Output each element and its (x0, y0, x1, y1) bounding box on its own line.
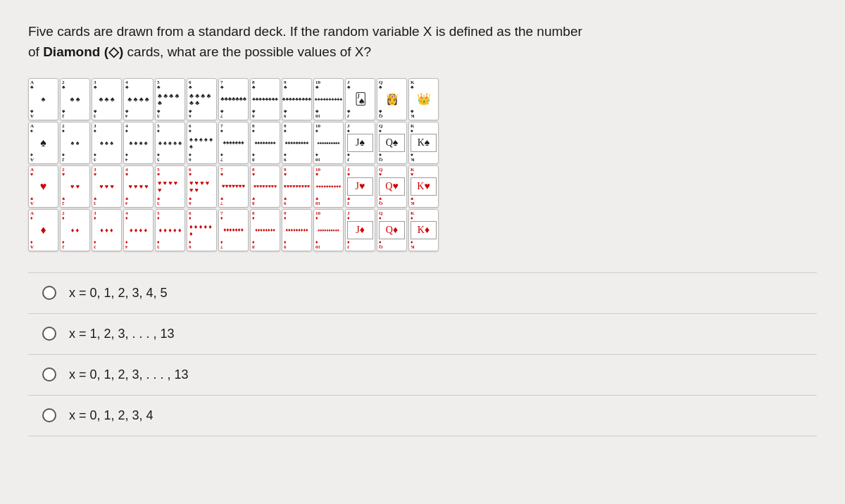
card-4c: 4♣ ♣ ♣ ♣ ♣ 4♣ (123, 78, 154, 120)
card-10c: 10♣ ♣♣♣♣♣♣♣♣♣♣ 10♣ (313, 78, 344, 120)
option-3[interactable]: x = 0, 1, 2, 3, . . . , 13 (28, 355, 817, 396)
radio-1[interactable] (42, 286, 56, 300)
bold-diamond-text: Diamond (◇) (43, 44, 123, 59)
card-9h: 9♥ ♥♥♥♥♥♥♥♥♥ 9♥ (282, 165, 312, 208)
card-8d: 8♦ ♦♦♦♦♦♦♦♦ 8♦ (250, 209, 280, 251)
card-5h: 5♥ ♥ ♥ ♥ ♥ ♥ 5♥ (155, 165, 185, 208)
card-9d: 9♦ ♦♦♦♦♦♦♦♦♦ 9♦ (282, 209, 312, 251)
card-jh: J♥ J♥ J♥ (345, 165, 375, 208)
card-js: J♠ J♠ J♠ (345, 122, 375, 164)
card-7h: 7♥ ♥♥♥♥♥♥♥ 7♥ (218, 165, 249, 208)
card-4s: 4♠ ♠ ♠ ♠ ♠ 4♠ (123, 122, 154, 164)
card-9s: 9♠ ♠♠♠♠♠♠♠♠♠ 9♠ (282, 122, 312, 164)
option-4[interactable]: x = 0, 1, 2, 3, 4 (28, 396, 817, 436)
card-kd: K♦ K♦ K♦ (408, 209, 439, 251)
card-9c: 9♣ ♣♣♣♣♣♣♣♣♣ 9♣ (282, 78, 312, 120)
card-4d: 4♦ ♦ ♦ ♦ ♦ 4♦ (123, 209, 154, 251)
card-2d: 2♦ ♦ ♦ 2♦ (60, 209, 90, 251)
option-4-text: x = 0, 1, 2, 3, 4 (69, 408, 154, 423)
options-container: x = 0, 1, 2, 3, 4, 5 x = 1, 2, 3, . . . … (28, 272, 817, 436)
card-3s: 3♠ ♠ ♠ ♠ 3♠ (92, 122, 122, 164)
card-kh: K♥ K♥ K♥ (408, 165, 439, 208)
card-jc: J♣ 🂫 J♣ (345, 78, 375, 120)
question-container: Five cards are drawn from a standard dec… (28, 21, 817, 63)
card-8c: 8♣ ♣♣♣♣♣♣♣♣ 8♣ (250, 78, 280, 120)
card-10d: 10♦ ♦♦♦♦♦♦♦♦♦♦ 10♦ (313, 209, 344, 251)
card-qc: Q♣ 👸 Q♣ (377, 78, 407, 120)
option-3-text: x = 0, 1, 2, 3, . . . , 13 (69, 367, 189, 382)
card-7c: 7♣ ♣♣♣♣♣♣♣ 7♣ (218, 78, 249, 120)
card-8h: 8♥ ♥♥♥♥♥♥♥♥ 8♥ (250, 165, 280, 208)
card-6h: 6♥ ♥ ♥ ♥ ♥ ♥ ♥ 6♥ (187, 165, 217, 208)
card-3c: 3♣ ♣ ♣ ♣ 3♣ (92, 78, 122, 120)
card-ac: A♣ ♣ A♣ (28, 78, 58, 120)
radio-4[interactable] (42, 408, 56, 422)
clubs-row: A♣ ♣ A♣ 2♣ ♣ ♣ 2♣ 3♣ ♣ ♣ ♣ 3♣ 4♣ ♣ ♣ ♣ ♣… (28, 78, 817, 120)
card-10h: 10♥ ♥♥♥♥♥♥♥♥♥♥ 10♥ (313, 165, 344, 208)
card-2s: 2♠ ♠ ♠ 2♠ (60, 122, 90, 164)
card-7s: 7♠ ♠♠♠♠♠♠♠ 7♠ (218, 122, 249, 164)
card-ah: A♥ ♥ A♥ (28, 165, 58, 208)
card-5c: 5♣ ♣ ♣ ♣ ♣ ♣ 5♣ (155, 78, 185, 120)
radio-3[interactable] (42, 367, 56, 382)
card-qh: Q♥ Q♥ Q♥ (377, 165, 407, 208)
card-7d: 7♦ ♦♦♦♦♦♦♦ 7♦ (218, 209, 249, 251)
card-kc: K♣ 👑 K♣ (408, 78, 439, 120)
option-1-text: x = 0, 1, 2, 3, 4, 5 (69, 286, 168, 301)
cards-display: A♣ ♣ A♣ 2♣ ♣ ♣ 2♣ 3♣ ♣ ♣ ♣ 3♣ 4♣ ♣ ♣ ♣ ♣… (28, 78, 817, 251)
card-2c: 2♣ ♣ ♣ 2♣ (60, 78, 90, 120)
card-qd: Q♦ Q♦ Q♦ (377, 209, 407, 251)
question-text: Five cards are drawn from a standard dec… (28, 21, 817, 63)
card-jd: J♦ J♦ J♦ (345, 209, 375, 251)
spades-row: A♠ ♠ A♠ 2♠ ♠ ♠ 2♠ 3♠ ♠ ♠ ♠ 3♠ 4♠ ♠ ♠ ♠ ♠… (28, 122, 817, 164)
option-2[interactable]: x = 1, 2, 3, . . . , 13 (28, 314, 817, 355)
card-6d: 6♦ ♦ ♦ ♦ ♦ ♦ ♦ 6♦ (187, 209, 217, 251)
card-8s: 8♠ ♠♠♠♠♠♠♠♠ 8♠ (250, 122, 280, 164)
card-5s: 5♠ ♠ ♠ ♠ ♠ ♠ 5♠ (155, 122, 185, 164)
card-2h: 2♥ ♥ ♥ 2♥ (60, 165, 90, 208)
radio-2[interactable] (42, 327, 56, 341)
card-ad: A♦ ♦ A♦ (28, 209, 58, 251)
option-1[interactable]: x = 0, 1, 2, 3, 4, 5 (28, 273, 817, 314)
card-as: A♠ ♠ A♠ (28, 122, 58, 164)
card-6c: 6♣ ♣ ♣ ♣ ♣ ♣ ♣ 6♣ (187, 78, 217, 120)
card-10s: 10♠ ♠♠♠♠♠♠♠♠♠♠ 10♠ (313, 122, 344, 164)
card-4h: 4♥ ♥ ♥ ♥ ♥ 4♥ (123, 165, 154, 208)
card-qs: Q♠ Q♠ Q♠ (377, 122, 407, 164)
option-2-text: x = 1, 2, 3, . . . , 13 (69, 327, 175, 341)
hearts-row: A♥ ♥ A♥ 2♥ ♥ ♥ 2♥ 3♥ ♥ ♥ ♥ 3♥ 4♥ ♥ ♥ ♥ ♥… (28, 165, 817, 208)
card-5d: 5♦ ♦ ♦ ♦ ♦ ♦ 5♦ (155, 209, 185, 251)
card-ks: K♠ K♠ K♠ (408, 122, 439, 164)
card-3h: 3♥ ♥ ♥ ♥ 3♥ (92, 165, 122, 208)
card-6s: 6♠ ♠ ♠ ♠ ♠ ♠ ♠ 6♠ (187, 122, 217, 164)
diamonds-row: A♦ ♦ A♦ 2♦ ♦ ♦ 2♦ 3♦ ♦ ♦ ♦ 3♦ 4♦ ♦ ♦ ♦ ♦… (28, 209, 817, 251)
card-3d: 3♦ ♦ ♦ ♦ 3♦ (92, 209, 122, 251)
